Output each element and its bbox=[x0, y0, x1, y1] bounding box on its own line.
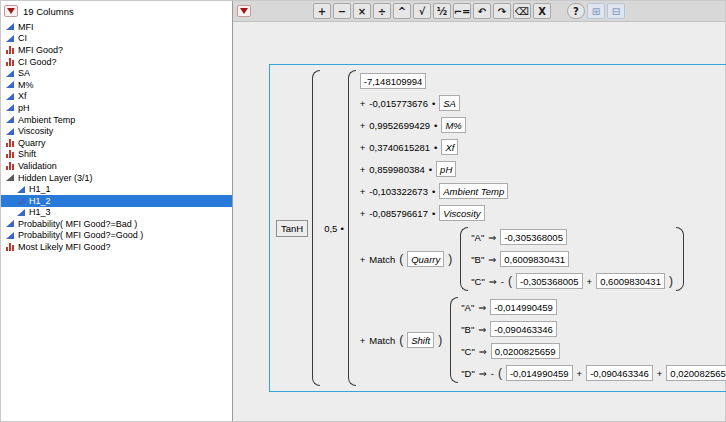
clause-value[interactable]: 0,6009830431 bbox=[596, 273, 665, 289]
sidebar-item-xf[interactable]: Xf bbox=[1, 91, 232, 103]
clause-value[interactable]: -0,014990459 bbox=[506, 365, 573, 381]
variable-m-pct[interactable]: M% bbox=[441, 117, 465, 133]
match-clause[interactable]: "A" ⇒ -0,014990459 bbox=[461, 299, 557, 315]
clear-button[interactable]: X bbox=[533, 3, 551, 19]
term-ambient-temp[interactable]: + -0,103322673 • Ambient Temp bbox=[360, 183, 508, 199]
sidebar-item-ci[interactable]: CI bbox=[1, 33, 232, 45]
sidebar-item-most-likely-mfi-good[interactable]: Most Likely MFI Good? bbox=[1, 241, 232, 253]
clause-key: "D" bbox=[461, 368, 475, 379]
clause-value[interactable]: 0,6009830431 bbox=[500, 251, 569, 267]
term-xf[interactable]: + 0,3740615281 • Xf bbox=[360, 139, 459, 155]
clause-value[interactable]: 0,0200825659 bbox=[666, 365, 726, 381]
match-clause[interactable]: "C" ⇒ 0,0200825659 bbox=[461, 343, 559, 359]
left-paren bbox=[460, 227, 468, 291]
multiplier-node[interactable]: 0,5 • bbox=[324, 223, 344, 234]
continuous-icon bbox=[6, 23, 14, 30]
sidebar-item-shift[interactable]: Shift bbox=[1, 149, 232, 161]
sidebar-item-m-pct[interactable]: M% bbox=[1, 79, 232, 91]
sidebar-item-mfi[interactable]: MFI bbox=[1, 21, 232, 33]
fraction-button[interactable]: ½ bbox=[433, 3, 451, 19]
match-clause[interactable]: "B" ⇒ 0,6009830431 bbox=[471, 251, 569, 267]
power-button[interactable]: ^ bbox=[393, 3, 411, 19]
match-term-quarry[interactable]: + Match ( Quarry ) "A" ⇒ bbox=[360, 227, 686, 291]
clause-value[interactable]: 0,0200825659 bbox=[491, 343, 560, 359]
help-button[interactable]: ? bbox=[567, 3, 585, 19]
intercept-value[interactable]: -7,148109994 bbox=[360, 73, 427, 89]
clause-key: "B" bbox=[461, 324, 474, 335]
coefficient[interactable]: -0,015773676 bbox=[369, 98, 428, 109]
sidebar-item-h1-3[interactable]: H1_3 bbox=[1, 207, 232, 219]
plus-operator: + bbox=[360, 186, 366, 197]
column-label: Shift bbox=[18, 149, 36, 159]
sidebar-item-hidden-layer[interactable]: Hidden Layer (3/1) bbox=[1, 172, 232, 184]
minus-operator: - bbox=[491, 368, 494, 379]
column-label: M% bbox=[18, 80, 34, 90]
minus-button[interactable]: − bbox=[333, 3, 351, 19]
undo-button[interactable]: ↶ bbox=[473, 3, 491, 19]
sidebar-item-prob-mfi-bad[interactable]: Probability( MFI Good?=Bad ) bbox=[1, 218, 232, 230]
formula-red-triangle-menu[interactable] bbox=[237, 5, 251, 17]
coefficient[interactable]: 0,3740615281 bbox=[369, 142, 430, 153]
variable-ambient-temp[interactable]: Ambient Temp bbox=[439, 183, 508, 199]
term-sa[interactable]: + -0,015773676 • SA bbox=[360, 95, 460, 111]
columns-red-triangle-menu[interactable] bbox=[4, 5, 18, 17]
plus-operator: + bbox=[360, 164, 366, 175]
intercept-term[interactable]: -7,148109994 bbox=[360, 73, 427, 89]
match-clause[interactable]: "A" ⇒ -0,305368005 bbox=[471, 229, 567, 245]
sidebar-item-sa[interactable]: SA bbox=[1, 67, 232, 79]
sidebar-item-ci-good[interactable]: CI Good? bbox=[1, 56, 232, 68]
match-term-shift[interactable]: + Match ( Shift ) "A" ⇒ bbox=[360, 297, 726, 383]
clause-value[interactable]: -0,305368005 bbox=[516, 273, 583, 289]
clause-value[interactable]: -0,090463346 bbox=[490, 321, 557, 337]
comparison-button[interactable]: ⌐= bbox=[453, 3, 471, 19]
sidebar-item-validation[interactable]: Validation bbox=[1, 160, 232, 172]
term-ph[interactable]: + 0,859980384 • pH bbox=[360, 161, 457, 177]
coefficient[interactable]: 0,9952699429 bbox=[369, 120, 430, 131]
variable-viscosity[interactable]: Viscosity bbox=[439, 205, 484, 221]
sidebar-item-viscosity[interactable]: Viscosity bbox=[1, 125, 232, 137]
variable-ph[interactable]: pH bbox=[436, 161, 456, 177]
implies-arrow: ⇒ bbox=[478, 302, 486, 313]
match-clause[interactable]: "C" ⇒ - ( -0,305368005 + 0,6009830431 ) bbox=[471, 273, 673, 289]
dot-operator: • bbox=[429, 164, 432, 175]
match-clause-list: "A" ⇒ -0,305368005 "B" ⇒ 0,6009830431 bbox=[458, 227, 686, 291]
tanh-function-node[interactable]: TanH bbox=[276, 220, 308, 237]
root-button[interactable]: √ bbox=[413, 3, 431, 19]
formula-canvas[interactable]: TanH 0,5 • -7,148109994 + -0,015773676 bbox=[233, 22, 725, 421]
match-function-label[interactable]: Match bbox=[369, 335, 395, 346]
coefficient[interactable]: -0,085796617 bbox=[369, 208, 428, 219]
minus-operator: - bbox=[501, 276, 504, 287]
continuous-icon bbox=[6, 35, 14, 42]
sidebar-item-h1-2[interactable]: H1_2 bbox=[1, 195, 232, 207]
sidebar-item-mfi-good[interactable]: MFI Good? bbox=[1, 44, 232, 56]
redo-button[interactable]: ↷ bbox=[493, 3, 511, 19]
coefficient[interactable]: 0,859980384 bbox=[369, 164, 424, 175]
sidebar-item-ambient-temp[interactable]: Ambient Temp bbox=[1, 114, 232, 126]
sidebar-item-h1-1[interactable]: H1_1 bbox=[1, 183, 232, 195]
formula-selection-box[interactable]: TanH 0,5 • -7,148109994 + -0,015773676 bbox=[269, 64, 726, 392]
plus-button[interactable]: + bbox=[313, 3, 331, 19]
coefficient[interactable]: -0,103322673 bbox=[369, 186, 428, 197]
delete-button[interactable]: ⌫ bbox=[513, 3, 531, 19]
sidebar-item-prob-mfi-good[interactable]: Probability( MFI Good?=Good ) bbox=[1, 230, 232, 242]
clause-value[interactable]: -0,305368005 bbox=[500, 229, 567, 245]
term-m-pct[interactable]: + 0,9952699429 • M% bbox=[360, 117, 466, 133]
term-viscosity[interactable]: + -0,085796617 • Viscosity bbox=[360, 205, 485, 221]
match-clause[interactable]: "D" ⇒ - ( -0,014990459 + -0,090463346 + bbox=[461, 365, 726, 381]
variable-sa[interactable]: SA bbox=[439, 95, 460, 111]
plus-operator: + bbox=[577, 368, 583, 379]
formula-expression: TanH 0,5 • -7,148109994 + -0,015773676 bbox=[276, 70, 726, 386]
clause-value[interactable]: -0,090463346 bbox=[586, 365, 653, 381]
match-clause[interactable]: "B" ⇒ -0,090463346 bbox=[461, 321, 557, 337]
clause-value[interactable]: -0,014990459 bbox=[490, 299, 557, 315]
variable-shift[interactable]: Shift bbox=[407, 332, 434, 348]
match-function-label[interactable]: Match bbox=[369, 254, 395, 265]
sidebar-item-quarry[interactable]: Quarry bbox=[1, 137, 232, 149]
sidebar-item-ph[interactable]: pH bbox=[1, 102, 232, 114]
variable-quarry[interactable]: Quarry bbox=[407, 251, 444, 267]
variable-xf[interactable]: Xf bbox=[441, 139, 458, 155]
divide-button[interactable]: ÷ bbox=[373, 3, 391, 19]
nominal-icon bbox=[6, 243, 14, 251]
dot-operator: • bbox=[432, 208, 435, 219]
multiply-button[interactable]: × bbox=[353, 3, 371, 19]
